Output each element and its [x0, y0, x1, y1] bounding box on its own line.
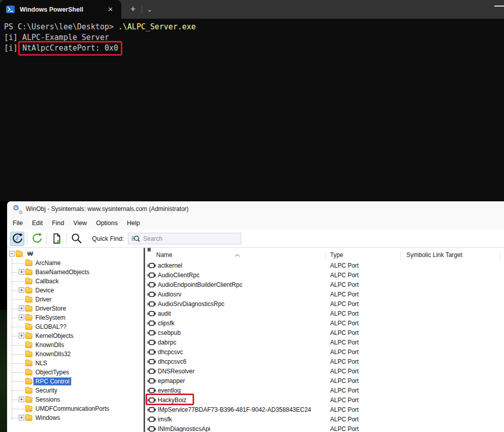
folder-icon	[25, 415, 32, 421]
tree-item-objecttypes[interactable]: ObjectTypes	[7, 368, 144, 377]
object-type: ALPC Port	[330, 416, 359, 423]
search-icon	[131, 235, 140, 243]
folder-icon	[16, 251, 23, 257]
tree-item-driverstore[interactable]: +DriverStore	[7, 304, 144, 313]
list-row-impservice77bdaf73-b396-481f-9042-ad358843ec24[interactable]: IMpService77BDAF73-B396-481F-9042-AD3588…	[145, 405, 504, 414]
plus-expander-icon[interactable]: +	[19, 397, 24, 402]
tree-item-nls[interactable]: NLS	[7, 359, 144, 368]
search-input[interactable]	[143, 235, 238, 242]
tree-item-label: ₩	[26, 250, 34, 257]
tree-item-umdfcommunicationports[interactable]: UMDFCommunicationPorts	[7, 404, 144, 413]
tree-item-windows[interactable]: +Windows	[7, 413, 144, 422]
tree-item-security[interactable]: Security	[7, 386, 144, 395]
menu-view[interactable]: View	[69, 218, 91, 229]
tree-item-knowndlls32[interactable]: KnownDlls32	[7, 350, 144, 359]
plus-expander-icon[interactable]: +	[19, 415, 24, 420]
tree-item-label: ArcName	[34, 260, 62, 267]
tree-item-rpc-control[interactable]: RPC Control	[7, 377, 144, 386]
alpc-port-icon	[148, 349, 156, 357]
tree-item-label: RPC Control	[34, 378, 71, 385]
object-name: dhcpcsvc	[158, 349, 183, 356]
column-header-target[interactable]: Symbolic Link Target	[406, 251, 463, 258]
column-header-name[interactable]: Name	[156, 251, 172, 258]
desktop-wallpaper	[0, 310, 7, 432]
list-row-dabrpc[interactable]: dabrpcALPC Port	[145, 337, 504, 347]
menu-help[interactable]: Help	[122, 218, 145, 229]
tree-item-kernelobjects[interactable]: +KernelObjects	[7, 331, 144, 340]
find-button[interactable]	[69, 232, 83, 246]
object-type: ALPC Port	[330, 358, 359, 365]
tree-item-label: NLS	[34, 360, 49, 367]
refresh-button[interactable]	[30, 232, 44, 246]
tab-dropdown-icon[interactable]: ⌄	[144, 4, 155, 16]
winobj-titlebar[interactable]: ⚙⚙ WinObj - Sysinternals: www.sysinterna…	[7, 201, 504, 217]
plus-expander-icon[interactable]: +	[19, 315, 24, 320]
column-header-type[interactable]: Type	[330, 251, 343, 258]
folder-icon	[25, 406, 32, 412]
list-row-hackyboiz[interactable]: HackyBoizALPC Port	[145, 395, 504, 405]
tree-item-arcname[interactable]: ArcName	[7, 258, 144, 268]
list-row-inlmdiagnosticsapi[interactable]: INlmDiagnosticsApiALPC Port	[145, 424, 504, 432]
tree-item-driver[interactable]: Driver	[7, 295, 144, 304]
tree-item-label: GLOBAL??	[34, 323, 68, 330]
menu-find[interactable]: Find	[48, 218, 69, 229]
folder-icon	[25, 306, 32, 312]
list-header: Name Type Symbolic Link Target	[145, 248, 504, 261]
new-tab-button[interactable]: +	[127, 4, 139, 16]
object-properties-button[interactable]	[50, 232, 64, 246]
tree-item-global-[interactable]: GLOBAL??	[7, 322, 144, 331]
powershell-tab[interactable]: Windows PowerShell ✕	[0, 0, 121, 19]
list-row-dhcpcsvc6[interactable]: dhcpcsvc6ALPC Port	[145, 357, 504, 366]
object-tree-panel: −₩ArcName+BaseNamedObjectsCallback+Devic…	[7, 248, 144, 432]
list-row-audiosrv[interactable]: AudiosrvALPC Port	[145, 289, 504, 299]
object-name: dabrpc	[158, 339, 176, 346]
alpc-port-icon	[148, 263, 156, 270]
column-separator[interactable]	[326, 251, 326, 261]
tabbar-separator	[142, 5, 142, 14]
menu-options[interactable]: Options	[91, 218, 122, 229]
tab-close-icon[interactable]: ✕	[106, 5, 115, 14]
column-separator[interactable]	[500, 251, 500, 261]
menu-file[interactable]: File	[8, 218, 27, 229]
folder-icon	[25, 352, 32, 357]
list-row-csebpub[interactable]: csebpubALPC Port	[145, 328, 504, 337]
column-grip[interactable]	[148, 248, 151, 251]
tree-item-filesystem[interactable]: +FileSystem	[7, 313, 144, 322]
powershell-icon	[6, 6, 15, 13]
list-row-actkernel[interactable]: actkernelALPC Port	[145, 261, 504, 270]
minimize-button[interactable]	[494, 6, 504, 7]
plus-expander-icon[interactable]: +	[19, 287, 24, 293]
object-name: audit	[158, 310, 171, 317]
tree-item-knowndlls[interactable]: KnownDlls	[7, 340, 144, 350]
list-row-dnsresolver[interactable]: DNSResolverALPC Port	[145, 366, 504, 376]
list-row-eventlog[interactable]: eventlogALPC Port	[145, 385, 504, 395]
plus-expander-icon[interactable]: +	[19, 333, 24, 338]
folder-icon	[25, 333, 32, 339]
list-row-clipsfk[interactable]: clipsfkALPC Port	[145, 318, 504, 328]
tree-item-basenamedobjects[interactable]: +BaseNamedObjects	[7, 268, 144, 277]
list-row-imsfk[interactable]: imsfkALPC Port	[145, 414, 504, 424]
list-row-audioclientrpc[interactable]: AudioClientRpcALPC Port	[145, 270, 504, 280]
list-row-epmapper[interactable]: epmapperALPC Port	[145, 376, 504, 385]
plus-expander-icon[interactable]: +	[19, 269, 24, 275]
tree-item-device[interactable]: +Device	[7, 286, 144, 295]
object-type: ALPC Port	[330, 425, 359, 432]
tree-item-sessions[interactable]: +Sessions	[7, 395, 144, 404]
object-name: dhcpcsvc6	[158, 358, 187, 365]
folder-icon	[25, 261, 32, 266]
list-row-audioendpointbuilderclientrpc[interactable]: AudioEndpointBuilderClientRpcALPC Port	[145, 280, 504, 289]
column-separator[interactable]	[400, 251, 401, 261]
object-type: ALPC Port	[330, 339, 359, 346]
list-row-audit[interactable]: auditALPC Port	[145, 309, 504, 318]
folder-icon	[25, 388, 32, 394]
list-row-audiosrvdiagnosticsrpc[interactable]: AudioSrvDiagnosticsRpcALPC Port	[145, 299, 504, 309]
document-gear-icon	[51, 233, 63, 244]
refresh-history-button[interactable]	[10, 232, 24, 246]
list-row-dhcpcsvc[interactable]: dhcpcsvcALPC Port	[145, 347, 504, 357]
tree-item-label: Callback	[34, 278, 60, 285]
plus-expander-icon[interactable]: +	[19, 306, 24, 311]
minus-expander-icon[interactable]: −	[9, 251, 15, 256]
menu-edit[interactable]: Edit	[27, 218, 48, 229]
tree-item-callback[interactable]: Callback	[7, 277, 144, 286]
tree-item--[interactable]: −₩	[7, 249, 144, 258]
